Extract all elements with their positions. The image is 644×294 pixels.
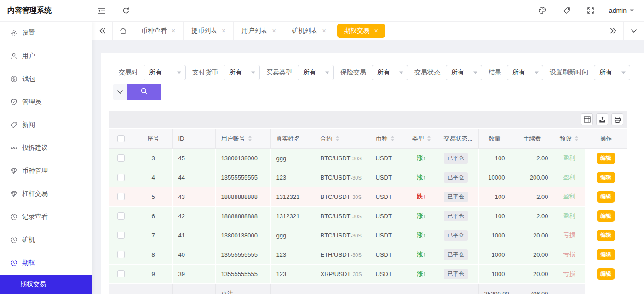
tab-miner-list[interactable]: 矿机列表× [284, 22, 334, 40]
close-icon[interactable]: × [272, 28, 276, 34]
sidebar-item-options[interactable]: 期权 [0, 251, 92, 274]
refresh-icon[interactable] [122, 7, 130, 14]
menu-fold-icon[interactable] [98, 7, 106, 14]
collapse-filters-button[interactable] [113, 84, 127, 100]
filter-trading-pair: 交易对所有 [119, 65, 186, 80]
cell-status: 已平仓 [438, 168, 478, 187]
columns-setting-button[interactable] [581, 113, 593, 125]
row-checkbox[interactable] [117, 251, 125, 258]
cell-fee: 20.00 [511, 245, 554, 264]
cell-contract: BTC/USDT-30S [315, 168, 370, 187]
row-checkbox[interactable] [117, 212, 125, 220]
column-header-id: ID [172, 129, 215, 148]
filter-label: 设置刷新时间 [550, 68, 588, 77]
sort-icon[interactable] [335, 136, 339, 143]
row-checkbox[interactable] [117, 232, 125, 239]
cell-account: 18888888888 [215, 187, 270, 206]
sidebar-item-leverage-trade[interactable]: 杠杆交易 [0, 182, 92, 205]
cell-op: 编辑 [585, 148, 627, 168]
column-label: 手续费 [523, 135, 541, 142]
select-all-checkbox[interactable] [117, 135, 125, 142]
print-button[interactable] [611, 113, 623, 125]
row-checkbox[interactable] [117, 193, 125, 200]
sort-icon[interactable] [248, 136, 252, 143]
caret-down-icon [535, 71, 539, 74]
edit-button[interactable]: 编辑 [597, 153, 615, 164]
sidebar-item-news[interactable]: 新闻 [0, 113, 92, 136]
filter-trade-status-select[interactable]: 所有 [446, 65, 482, 80]
tabs-menu-button[interactable] [623, 22, 644, 40]
sidebar-item-users[interactable]: 用户 [0, 45, 92, 68]
filter-trading-pair-select[interactable]: 所有 [144, 65, 186, 80]
filter-result-select[interactable]: 所有 [507, 65, 543, 80]
type-badge: 涨↑ [417, 232, 426, 238]
tab-user-list[interactable]: 用户列表× [234, 22, 284, 40]
row-checkbox[interactable] [117, 174, 125, 181]
filter-pay-currency-select[interactable]: 所有 [224, 65, 260, 80]
close-icon[interactable]: × [374, 28, 378, 34]
sidebar-item-feedback[interactable]: 投拆建议 [0, 136, 92, 159]
sort-icon[interactable] [575, 136, 579, 143]
column-label: 预设 [560, 135, 572, 142]
tab-option-trade[interactable]: 期权交易× [337, 24, 385, 38]
sidebar-item-miners[interactable]: 矿机 [0, 228, 92, 251]
filter-result: 结果所有 [489, 65, 543, 80]
sidebar-item-wallet[interactable]: 钱包 [0, 68, 92, 90]
row-checkbox[interactable] [117, 270, 125, 277]
edit-button[interactable]: 编辑 [597, 191, 615, 203]
contract-period: -30S [351, 271, 362, 277]
filter-insurance: 保险交易所有 [340, 65, 408, 80]
sidebar-item-settings[interactable]: 设置 [0, 22, 92, 45]
footer-cell-check [109, 283, 134, 294]
theme-palette-icon[interactable] [538, 6, 546, 15]
close-icon[interactable]: × [222, 28, 225, 34]
contract-pair: BTC/USDT [321, 155, 351, 162]
app-title: 内容管理系统 [7, 6, 98, 16]
sidebar-item-coin-manage[interactable]: 币种管理 [0, 159, 92, 182]
edit-button[interactable]: 编辑 [597, 268, 615, 280]
search-button[interactable] [127, 84, 161, 100]
filter-refresh-interval-select[interactable]: 所有 [594, 65, 630, 80]
sidebar-item-records[interactable]: 记录查看 [0, 205, 92, 228]
column-header-account: 用户账号 [215, 129, 270, 148]
edit-button[interactable]: 编辑 [597, 230, 615, 241]
select-value: 所有 [451, 68, 464, 77]
column-label: 真实姓名 [276, 135, 300, 142]
edit-button[interactable]: 编辑 [597, 210, 615, 222]
sidebar-item-admins[interactable]: 管理员 [0, 90, 92, 113]
cell-preset: 盈利 [554, 206, 585, 226]
close-icon[interactable]: × [172, 28, 175, 34]
column-label: 数量 [489, 135, 500, 142]
user-menu[interactable]: admin [609, 7, 634, 14]
tabs-scroll-left-button[interactable] [92, 22, 113, 40]
select-value: 所有 [599, 68, 612, 77]
sort-icon[interactable] [391, 136, 395, 143]
filter-trade-type-select[interactable]: 所有 [298, 65, 334, 80]
export-button[interactable] [596, 113, 608, 125]
type-badge: 涨↑ [417, 212, 426, 219]
sidebar-item-label: 杠杆交易 [22, 190, 48, 198]
tab-bar: 币种查看×提币列表×用户列表×矿机列表×期权交易× [92, 22, 644, 40]
cell-qty: 1000 [478, 264, 511, 283]
edit-button[interactable]: 编辑 [597, 172, 615, 183]
edit-button[interactable]: 编辑 [597, 249, 615, 260]
home-tab-button[interactable] [113, 22, 133, 40]
tab-coin-view[interactable]: 币种查看× [133, 22, 184, 40]
footer-cell-id [172, 283, 215, 294]
tabs-scroll-right-button[interactable] [603, 22, 623, 40]
fullscreen-icon[interactable] [587, 7, 594, 14]
column-header-type: 类型 [405, 129, 438, 148]
cell-currency: USDT [370, 148, 405, 168]
tab-withdraw-list[interactable]: 提币列表× [184, 22, 234, 40]
sidebar-item-label: 记录查看 [22, 213, 48, 221]
table-row: 642188888888881312321BTC/USDT-30SUSDT涨↑已… [109, 206, 627, 226]
cell-id: 43 [172, 187, 215, 206]
close-icon[interactable]: × [322, 28, 326, 34]
sidebar-subitem-option-trade[interactable]: 期权交易 [0, 275, 92, 294]
tag-icon[interactable] [563, 7, 570, 14]
sidebar-item-label: 设置 [22, 29, 35, 37]
sort-icon[interactable] [427, 136, 431, 143]
cell-currency: USDT [370, 264, 405, 283]
filter-insurance-select[interactable]: 所有 [372, 65, 408, 80]
row-checkbox[interactable] [117, 154, 125, 162]
